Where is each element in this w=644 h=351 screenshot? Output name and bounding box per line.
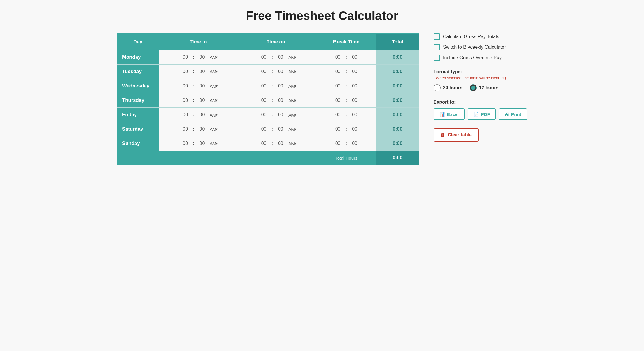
time-in-min-1[interactable] bbox=[195, 69, 208, 74]
time-in-sep-2: : bbox=[193, 83, 194, 89]
time-out-cell-0[interactable]: : AM PM bbox=[237, 50, 316, 65]
time-in-sep-6: : bbox=[193, 141, 194, 146]
time-in-min-2[interactable] bbox=[195, 83, 208, 89]
time-out-hour-5[interactable] bbox=[257, 126, 270, 132]
time-out-ampm-0[interactable]: AM PM bbox=[288, 55, 295, 60]
clear-table-button[interactable]: 🗑Clear table bbox=[434, 128, 479, 142]
time-in-cell-0[interactable]: : AM PM bbox=[159, 50, 238, 65]
time-out-cell-6[interactable]: : AM PM bbox=[237, 136, 316, 151]
break-cell-6[interactable]: : bbox=[316, 136, 377, 151]
time-in-ampm-2[interactable]: AM PM bbox=[210, 84, 216, 89]
time-out-hour-1[interactable] bbox=[257, 69, 270, 74]
break-min-1[interactable] bbox=[348, 69, 361, 74]
time-in-min-0[interactable] bbox=[195, 55, 208, 60]
break-cell-4[interactable]: : bbox=[316, 108, 377, 122]
break-cell-0[interactable]: : bbox=[316, 50, 377, 65]
time-out-cell-5[interactable]: : AM PM bbox=[237, 122, 316, 136]
time-out-cell-2[interactable]: : AM PM bbox=[237, 79, 316, 93]
break-hour-2[interactable] bbox=[331, 83, 344, 89]
time-out-min-5[interactable] bbox=[274, 126, 287, 132]
format-section: Format type: ( When selected, the table … bbox=[434, 69, 527, 91]
break-cell-5[interactable]: : bbox=[316, 122, 377, 136]
checkbox-overtime[interactable] bbox=[434, 55, 440, 61]
time-out-min-2[interactable] bbox=[274, 83, 287, 89]
time-out-sep-3: : bbox=[272, 98, 273, 103]
time-in-hour-3[interactable] bbox=[179, 98, 192, 103]
total-cell-6: 0:00 bbox=[376, 136, 419, 151]
break-cell-2[interactable]: : bbox=[316, 79, 377, 93]
radio-24h[interactable] bbox=[434, 84, 441, 91]
time-out-ampm-2[interactable]: AM PM bbox=[288, 84, 295, 89]
time-in-cell-4[interactable]: : AM PM bbox=[159, 108, 238, 122]
time-out-hour-6[interactable] bbox=[257, 141, 270, 146]
time-out-cell-3[interactable]: : AM PM bbox=[237, 93, 316, 108]
time-out-cell-1[interactable]: : AM PM bbox=[237, 65, 316, 79]
break-min-2[interactable] bbox=[348, 83, 361, 89]
break-hour-1[interactable] bbox=[331, 69, 344, 74]
time-in-ampm-3[interactable]: AM PM bbox=[210, 98, 216, 103]
time-out-min-0[interactable] bbox=[274, 55, 287, 60]
time-in-min-3[interactable] bbox=[195, 98, 208, 103]
time-out-cell-4[interactable]: : AM PM bbox=[237, 108, 316, 122]
break-min-0[interactable] bbox=[348, 55, 361, 60]
time-out-min-1[interactable] bbox=[274, 69, 287, 74]
time-out-min-6[interactable] bbox=[274, 141, 287, 146]
time-in-ampm-1[interactable]: AM PM bbox=[210, 69, 216, 74]
day-cell-monday: Monday bbox=[117, 50, 159, 65]
time-in-ampm-0[interactable]: AM PM bbox=[210, 55, 216, 60]
break-sep-0: : bbox=[345, 55, 347, 60]
break-min-6[interactable] bbox=[348, 141, 361, 146]
break-hour-6[interactable] bbox=[331, 141, 344, 146]
break-min-3[interactable] bbox=[348, 98, 361, 103]
time-in-cell-2[interactable]: : AM PM bbox=[159, 79, 238, 93]
checkbox-biweekly[interactable] bbox=[434, 44, 440, 50]
time-out-ampm-5[interactable]: AM PM bbox=[288, 127, 295, 132]
time-in-hour-0[interactable] bbox=[179, 55, 192, 60]
time-in-cell-5[interactable]: : AM PM bbox=[159, 122, 238, 136]
col-header-total: Total bbox=[376, 34, 419, 50]
checkbox-label-overtime: Include Gross Overtime Pay bbox=[443, 55, 502, 60]
export-print-button[interactable]: 🖨Print bbox=[499, 108, 527, 120]
time-out-ampm-1[interactable]: AM PM bbox=[288, 69, 295, 74]
checkbox-calc-gross[interactable] bbox=[434, 33, 440, 40]
radio-12h[interactable] bbox=[470, 84, 477, 91]
break-cell-3[interactable]: : bbox=[316, 93, 377, 108]
day-cell-thursday: Thursday bbox=[117, 93, 159, 108]
time-out-hour-0[interactable] bbox=[257, 55, 270, 60]
time-out-sep-4: : bbox=[272, 112, 273, 117]
time-out-hour-2[interactable] bbox=[257, 83, 270, 89]
time-in-cell-3[interactable]: : AM PM bbox=[159, 93, 238, 108]
time-in-min-4[interactable] bbox=[195, 112, 208, 117]
time-in-min-5[interactable] bbox=[195, 126, 208, 132]
time-in-ampm-6[interactable]: AM PM bbox=[210, 141, 216, 146]
time-in-cell-6[interactable]: : AM PM bbox=[159, 136, 238, 151]
break-cell-1[interactable]: : bbox=[316, 65, 377, 79]
time-in-min-6[interactable] bbox=[195, 141, 208, 146]
time-out-ampm-6[interactable]: AM PM bbox=[288, 141, 295, 146]
time-out-ampm-4[interactable]: AM PM bbox=[288, 112, 295, 117]
time-out-hour-4[interactable] bbox=[257, 112, 270, 117]
break-min-5[interactable] bbox=[348, 126, 361, 132]
break-hour-3[interactable] bbox=[331, 98, 344, 103]
time-in-hour-1[interactable] bbox=[179, 69, 192, 74]
time-out-ampm-3[interactable]: AM PM bbox=[288, 98, 295, 103]
time-in-hour-6[interactable] bbox=[179, 141, 192, 146]
time-out-min-3[interactable] bbox=[274, 98, 287, 103]
time-in-ampm-4[interactable]: AM PM bbox=[210, 112, 216, 117]
break-hour-0[interactable] bbox=[331, 55, 344, 60]
break-hour-4[interactable] bbox=[331, 112, 344, 117]
export-excel-button[interactable]: 📊Excel bbox=[434, 108, 465, 120]
time-out-min-4[interactable] bbox=[274, 112, 287, 117]
radio-label-24h: 24 hours bbox=[443, 85, 463, 90]
export-pdf-button[interactable]: 📄PDF bbox=[468, 108, 496, 120]
break-min-4[interactable] bbox=[348, 112, 361, 117]
time-in-ampm-5[interactable]: AM PM bbox=[210, 127, 216, 132]
time-in-hour-4[interactable] bbox=[179, 112, 192, 117]
total-cell-5: 0:00 bbox=[376, 122, 419, 136]
sidebar: Calculate Gross Pay Totals Switch to Bi-… bbox=[434, 33, 527, 142]
time-in-hour-5[interactable] bbox=[179, 126, 192, 132]
time-in-cell-1[interactable]: : AM PM bbox=[159, 65, 238, 79]
break-hour-5[interactable] bbox=[331, 126, 344, 132]
time-out-hour-3[interactable] bbox=[257, 98, 270, 103]
time-in-hour-2[interactable] bbox=[179, 83, 192, 89]
